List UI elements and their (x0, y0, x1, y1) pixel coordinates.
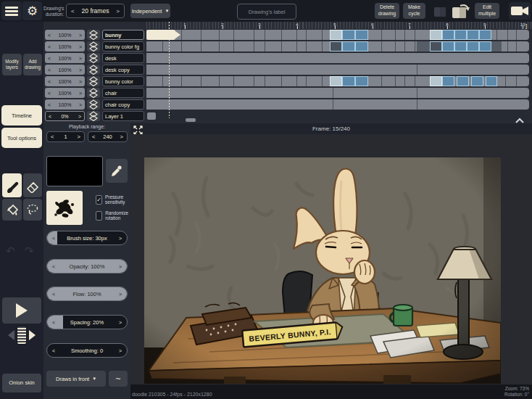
canvas-drawing[interactable]: BEVERLY BUNNY, P.I. (144, 157, 501, 384)
frame-cell[interactable] (491, 41, 502, 52)
make-cycle-button[interactable]: Make cycle (403, 3, 425, 19)
play-button[interactable] (2, 297, 41, 324)
frame-cell[interactable] (417, 41, 430, 52)
add-drawing-button[interactable]: Add drawing (23, 54, 42, 75)
canvas-viewport[interactable]: BEVERLY BUNNY, P.I. (130, 134, 532, 384)
fill-tool-button[interactable] (2, 199, 22, 221)
frame-cell[interactable] (454, 30, 467, 40)
slider-increase[interactable]: > (119, 260, 122, 273)
step-back-icon[interactable] (8, 330, 14, 340)
layer-opacity-stepper[interactable]: <100%> (45, 88, 85, 98)
slider-opacity[interactable]: Opacity: 100%<> (46, 259, 128, 273)
filmstrip-icon[interactable] (17, 326, 27, 345)
frame-cell[interactable] (430, 41, 442, 52)
frame-cell[interactable] (430, 30, 442, 40)
layer-opacity-stepper[interactable]: <100%> (45, 76, 85, 86)
slider-decrease[interactable]: < (52, 287, 55, 300)
camera-button[interactable] (509, 2, 531, 20)
layer-opacity-stepper[interactable]: <100%> (45, 65, 85, 75)
slider-increase[interactable]: > (119, 316, 122, 329)
timeline-track[interactable] (146, 76, 529, 86)
playback-end-stepper[interactable]: < 240 > (88, 131, 128, 142)
slider-increase[interactable]: > (119, 231, 122, 244)
timeline-scrollbar-thumb[interactable] (186, 118, 196, 122)
duration-increase[interactable]: > (116, 8, 120, 15)
eyedropper-button[interactable] (106, 159, 128, 183)
playback-start-stepper[interactable]: < 1 > (46, 131, 85, 142)
menu-button[interactable] (1, 1, 22, 20)
frame-cell[interactable] (467, 30, 479, 40)
layer-opacity-stepper[interactable]: <0%> (45, 111, 85, 121)
edit-multiple-button[interactable]: Edit multiple (475, 3, 499, 19)
layer-reorder-button[interactable] (87, 99, 100, 110)
timeline-track[interactable] (146, 30, 529, 40)
layer-opacity-stepper[interactable]: <100%> (45, 41, 85, 52)
timeline-track[interactable] (146, 65, 529, 75)
frame-cell[interactable] (442, 30, 454, 40)
playback-end-increase[interactable]: > (120, 133, 123, 140)
slider-brush-size[interactable]: Brush size: 30px<> (46, 231, 128, 245)
frame-cell[interactable] (330, 41, 342, 52)
frame-cell[interactable] (342, 41, 355, 52)
frame-cell[interactable] (457, 76, 469, 86)
layer-reorder-button[interactable] (87, 88, 100, 98)
layer-reorder-button[interactable] (87, 53, 100, 63)
layer-name-field[interactable]: Layer 1 (102, 111, 144, 121)
frame-cell[interactable] (442, 41, 454, 52)
layer-opacity-stepper[interactable]: <100%> (45, 99, 85, 110)
frame-cell[interactable] (479, 30, 491, 40)
frame-cell[interactable] (355, 30, 368, 40)
tab-tool-options[interactable]: Tool options (1, 128, 42, 148)
frame-cell[interactable] (342, 76, 355, 86)
frame-cell[interactable] (454, 41, 467, 52)
color-swatch[interactable] (46, 156, 103, 186)
slider-spacing[interactable]: Spacing: 20%<> (46, 315, 128, 329)
frame-cell[interactable] (355, 41, 368, 52)
layer-opacity-stepper[interactable]: <100%> (45, 30, 85, 40)
slider-decrease[interactable]: < (52, 316, 55, 329)
layer-name-field[interactable]: chair copy (102, 99, 144, 110)
timeline-ruler[interactable]: 12345678910 (146, 22, 532, 29)
playhead-block[interactable] (146, 30, 175, 40)
layer-reorder-button[interactable] (87, 111, 100, 121)
layer-reorder-button[interactable] (87, 65, 100, 75)
frame-cell[interactable] (330, 30, 342, 40)
brush-tool-button[interactable] (2, 173, 22, 197)
frame-cell[interactable] (147, 112, 156, 120)
draws-in-front-dropdown[interactable]: Draws in front ▼ (46, 371, 106, 387)
timeline-track[interactable] (146, 88, 529, 98)
flip-forward-button[interactable] (450, 2, 472, 20)
frame-cell[interactable] (430, 76, 442, 86)
undo-icon[interactable]: ↶ (6, 244, 15, 258)
onion-skin-button[interactable]: Onion skin (2, 374, 41, 392)
duration-stepper[interactable]: < 20 frames > (66, 4, 125, 18)
frame-cell[interactable] (330, 76, 342, 86)
drawing-label-input[interactable]: Drawing's label (237, 4, 296, 20)
randomize-rotation-checkbox[interactable] (96, 211, 102, 221)
frame-cell[interactable] (486, 76, 497, 86)
duration-decrease[interactable]: < (71, 8, 75, 15)
modify-layers-button[interactable]: Modify layers (2, 54, 22, 75)
playback-start-decrease[interactable]: < (51, 133, 54, 140)
slider-smoothing[interactable]: Smoothing: 0<> (46, 343, 128, 358)
slider-decrease[interactable]: < (52, 260, 55, 273)
timeline-track[interactable] (146, 111, 529, 121)
frame-cell[interactable] (471, 76, 483, 86)
layer-name-field[interactable]: bunny (102, 30, 144, 40)
tab-timeline[interactable]: Timeline (1, 105, 42, 126)
slider-increase[interactable]: > (119, 344, 122, 357)
layer-name-field[interactable]: chair (102, 88, 144, 98)
brush-preview[interactable] (46, 191, 83, 225)
flip-back-button[interactable] (432, 4, 448, 18)
independent-dropdown[interactable]: Independent ▼ (130, 4, 170, 18)
playback-start-increase[interactable]: > (78, 133, 80, 140)
slider-decrease[interactable]: < (52, 231, 55, 244)
frame-cell[interactable] (479, 41, 491, 52)
delete-drawing-button[interactable]: Delete drawing (375, 3, 399, 19)
layer-reorder-button[interactable] (87, 30, 100, 40)
smoothing-curve-button[interactable]: ~ (109, 371, 128, 387)
timeline-track[interactable] (146, 99, 529, 110)
playback-end-decrease[interactable]: < (92, 133, 95, 140)
lasso-tool-button[interactable] (23, 199, 42, 221)
layer-name-field[interactable]: desk copy (102, 65, 144, 75)
